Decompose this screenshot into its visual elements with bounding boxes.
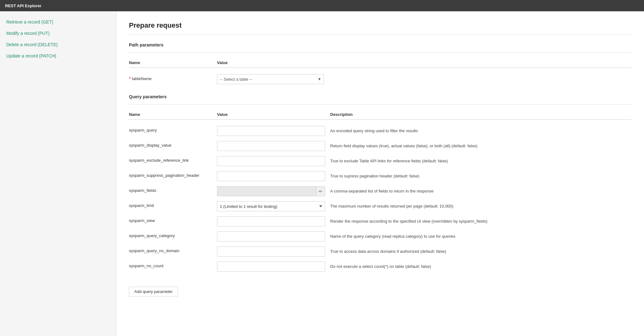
param-name-sysparm-suppress: sysparm_suppress_pagination_header [129,171,217,178]
table-row: sysparm_display_value Return field displ… [129,138,631,154]
app-title: REST API Explorer [5,3,42,8]
query-col-desc-header: Description [330,112,631,117]
table-row: sysparm_fields ✏ A comma-separated list … [129,184,631,199]
sysparm-suppress-input[interactable] [217,171,325,181]
sidebar-item-delete[interactable]: Delete a record (DELETE) [0,39,116,50]
table-row: sysparm_suppress_pagination_header True … [129,169,631,184]
param-value-sysparm-limit: 1 (Limited to 1 result for testing) 10 1… [217,201,330,211]
sidebar-item-update[interactable]: Update a record (PATCH) [0,50,116,62]
param-value-sysparm-query [217,126,330,136]
param-desc-sysparm-no-count: Do not execute a select count(*) on tabl… [330,262,631,270]
path-params-header: Path parameters [129,42,631,47]
top-bar: REST API Explorer [0,0,644,11]
param-desc-sysparm-limit: The maximum number of results returned p… [330,201,631,209]
sysparm-query-category-input[interactable] [217,231,325,241]
param-name-sysparm-exclude-ref: sysparm_exclude_reference_link [129,156,217,163]
param-value-sysparm-no-count [217,262,330,272]
sysparm-view-input[interactable] [217,216,325,226]
layout: Retrieve a record (GET) Modify a record … [0,11,644,336]
table-row: sysparm_exclude_reference_link True to e… [129,154,631,169]
path-params-header-row: Name Value [129,60,631,68]
main-content: Prepare request Path parameters Name Val… [116,11,644,336]
sidebar-item-retrieve[interactable]: Retrieve a record (GET) [0,16,116,28]
add-query-param-button[interactable]: Add query parameter [129,287,178,296]
sidebar-item-modify[interactable]: Modify a record (PUT) [0,28,116,39]
sysparm-exclude-ref-input[interactable] [217,156,325,166]
param-desc-sysparm-suppress: True to supress pagination header (defau… [330,171,631,179]
param-desc-sysparm-fields: A comma-separated list of fields to retu… [330,186,631,194]
sidebar: Retrieve a record (GET) Modify a record … [0,11,116,336]
fields-edit-icon[interactable]: ✏ [316,186,325,196]
table-row: sysparm_no_count Do not execute a select… [129,259,631,274]
param-name-sysparm-query-no-domain: sysparm_query_no_domain [129,247,217,253]
sysparm-limit-select[interactable]: 1 (Limited to 1 result for testing) 10 1… [217,201,325,211]
table-name-value: -- Select a table -- ▼ [217,74,330,84]
param-name-sysparm-query: sysparm_query [129,126,217,133]
param-name-sysparm-limit: sysparm_limit [129,201,217,208]
path-params-table: Name Value * tableName -- Select a table… [129,60,631,87]
table-row: sysparm_query An encoded query string us… [129,123,631,138]
param-value-sysparm-display-value [217,141,330,151]
param-value-sysparm-view [217,216,330,226]
table-name-label: * tableName [129,74,217,81]
table-name-select[interactable]: -- Select a table -- [217,74,324,84]
param-name-sysparm-view: sysparm_view [129,216,217,223]
query-col-value-header: Value [217,112,330,117]
table-select-wrapper: -- Select a table -- ▼ [217,74,324,84]
path-col-name-header: Name [129,60,217,65]
param-value-sysparm-fields: ✏ [217,186,330,196]
param-desc-sysparm-display-value: Return field display values (true), actu… [330,141,631,149]
param-value-sysparm-exclude-ref [217,156,330,166]
param-value-sysparm-query-no-domain [217,247,330,257]
query-params-divider [129,104,631,105]
query-params-header: Query parameters [129,94,631,99]
param-desc-sysparm-view: Render the response according to the spe… [330,216,631,225]
param-desc-sysparm-query-no-domain: True to access data across domains if au… [330,247,631,255]
table-row: sysparm_query_no_domain True to access d… [129,244,631,259]
table-row: sysparm_limit 1 (Limited to 1 result for… [129,199,631,214]
param-name-sysparm-display-value: sysparm_display_value [129,141,217,148]
sysparm-query-input[interactable] [217,126,325,136]
query-col-name-header: Name [129,112,217,117]
param-desc-sysparm-query-category: Name of the query category (read replica… [330,231,631,240]
param-name-sysparm-query-category: sysparm_query_category [129,231,217,238]
path-params-section: Path parameters Name Value * tableName [129,42,631,87]
sysparm-fields-input[interactable] [217,186,316,196]
param-desc-sysparm-query: An encoded query string used to filter t… [330,126,631,134]
table-name-row: * tableName -- Select a table -- ▼ [129,72,631,87]
sysparm-query-no-domain-input[interactable] [217,247,325,257]
param-name-sysparm-no-count: sysparm_no_count [129,262,217,268]
param-value-sysparm-suppress [217,171,330,181]
query-params-table: Name Value Description sysparm_query An … [129,112,631,274]
sysparm-no-count-input[interactable] [217,262,325,272]
query-params-header-row: Name Value Description [129,112,631,120]
table-row: sysparm_view Render the response accordi… [129,214,631,229]
sysparm-display-value-input[interactable] [217,141,325,151]
required-star: * [129,76,130,81]
title-divider [129,35,631,35]
param-value-sysparm-query-category [217,231,330,241]
path-col-value-header: Value [217,60,330,65]
param-name-sysparm-fields: sysparm_fields [129,186,217,193]
param-desc-sysparm-exclude-ref: True to exclude Table API links for refe… [330,156,631,164]
fields-input-wrapper: ✏ [217,186,325,196]
table-row: sysparm_query_category Name of the query… [129,229,631,244]
page-title: Prepare request [129,21,631,30]
path-params-divider [129,52,631,53]
table-name-text: tableName [132,76,152,81]
query-params-section: Query parameters Name Value Description … [129,94,631,296]
